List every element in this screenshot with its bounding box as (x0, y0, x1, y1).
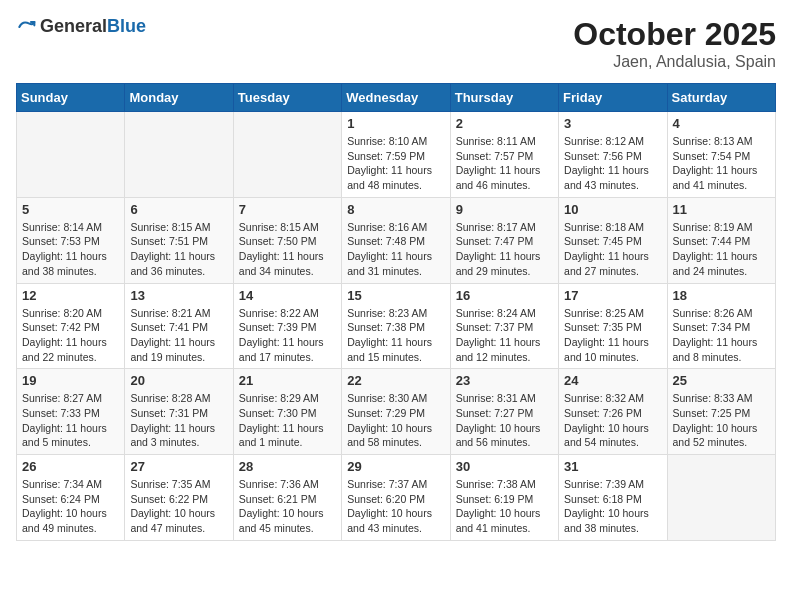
day-info: Sunrise: 8:13 AMSunset: 7:54 PMDaylight:… (673, 134, 770, 193)
logo: GeneralBlue (16, 16, 146, 37)
table-row: 8Sunrise: 8:16 AMSunset: 7:48 PMDaylight… (342, 197, 450, 283)
day-info: Sunrise: 8:30 AMSunset: 7:29 PMDaylight:… (347, 391, 444, 450)
table-row (17, 112, 125, 198)
day-info: Sunrise: 7:37 AMSunset: 6:20 PMDaylight:… (347, 477, 444, 536)
day-info: Sunrise: 8:26 AMSunset: 7:34 PMDaylight:… (673, 306, 770, 365)
calendar-week-row: 12Sunrise: 8:20 AMSunset: 7:42 PMDayligh… (17, 283, 776, 369)
header-friday: Friday (559, 84, 667, 112)
table-row: 24Sunrise: 8:32 AMSunset: 7:26 PMDayligh… (559, 369, 667, 455)
day-number: 22 (347, 373, 444, 388)
table-row: 29Sunrise: 7:37 AMSunset: 6:20 PMDayligh… (342, 455, 450, 541)
table-row: 22Sunrise: 8:30 AMSunset: 7:29 PMDayligh… (342, 369, 450, 455)
header-thursday: Thursday (450, 84, 558, 112)
day-info: Sunrise: 8:23 AMSunset: 7:38 PMDaylight:… (347, 306, 444, 365)
day-info: Sunrise: 8:32 AMSunset: 7:26 PMDaylight:… (564, 391, 661, 450)
table-row: 13Sunrise: 8:21 AMSunset: 7:41 PMDayligh… (125, 283, 233, 369)
table-row: 31Sunrise: 7:39 AMSunset: 6:18 PMDayligh… (559, 455, 667, 541)
calendar-table: Sunday Monday Tuesday Wednesday Thursday… (16, 83, 776, 541)
day-number: 31 (564, 459, 661, 474)
table-row: 10Sunrise: 8:18 AMSunset: 7:45 PMDayligh… (559, 197, 667, 283)
page-header: GeneralBlue October 2025 Jaen, Andalusia… (16, 16, 776, 71)
day-info: Sunrise: 8:24 AMSunset: 7:37 PMDaylight:… (456, 306, 553, 365)
day-number: 19 (22, 373, 119, 388)
header-saturday: Saturday (667, 84, 775, 112)
header-monday: Monday (125, 84, 233, 112)
day-info: Sunrise: 8:28 AMSunset: 7:31 PMDaylight:… (130, 391, 227, 450)
day-info: Sunrise: 8:12 AMSunset: 7:56 PMDaylight:… (564, 134, 661, 193)
day-info: Sunrise: 8:17 AMSunset: 7:47 PMDaylight:… (456, 220, 553, 279)
day-info: Sunrise: 8:25 AMSunset: 7:35 PMDaylight:… (564, 306, 661, 365)
day-number: 6 (130, 202, 227, 217)
day-number: 24 (564, 373, 661, 388)
day-number: 9 (456, 202, 553, 217)
table-row: 21Sunrise: 8:29 AMSunset: 7:30 PMDayligh… (233, 369, 341, 455)
table-row: 1Sunrise: 8:10 AMSunset: 7:59 PMDaylight… (342, 112, 450, 198)
day-number: 16 (456, 288, 553, 303)
day-info: Sunrise: 8:29 AMSunset: 7:30 PMDaylight:… (239, 391, 336, 450)
day-info: Sunrise: 7:38 AMSunset: 6:19 PMDaylight:… (456, 477, 553, 536)
day-number: 20 (130, 373, 227, 388)
table-row: 12Sunrise: 8:20 AMSunset: 7:42 PMDayligh… (17, 283, 125, 369)
table-row: 26Sunrise: 7:34 AMSunset: 6:24 PMDayligh… (17, 455, 125, 541)
day-info: Sunrise: 8:22 AMSunset: 7:39 PMDaylight:… (239, 306, 336, 365)
day-info: Sunrise: 8:21 AMSunset: 7:41 PMDaylight:… (130, 306, 227, 365)
day-number: 28 (239, 459, 336, 474)
day-info: Sunrise: 8:19 AMSunset: 7:44 PMDaylight:… (673, 220, 770, 279)
day-info: Sunrise: 7:34 AMSunset: 6:24 PMDaylight:… (22, 477, 119, 536)
table-row: 30Sunrise: 7:38 AMSunset: 6:19 PMDayligh… (450, 455, 558, 541)
day-number: 10 (564, 202, 661, 217)
day-number: 3 (564, 116, 661, 131)
table-row: 6Sunrise: 8:15 AMSunset: 7:51 PMDaylight… (125, 197, 233, 283)
day-info: Sunrise: 7:35 AMSunset: 6:22 PMDaylight:… (130, 477, 227, 536)
day-info: Sunrise: 8:15 AMSunset: 7:51 PMDaylight:… (130, 220, 227, 279)
day-number: 12 (22, 288, 119, 303)
day-number: 29 (347, 459, 444, 474)
table-row (233, 112, 341, 198)
table-row: 3Sunrise: 8:12 AMSunset: 7:56 PMDaylight… (559, 112, 667, 198)
day-number: 21 (239, 373, 336, 388)
header-wednesday: Wednesday (342, 84, 450, 112)
calendar-header-row: Sunday Monday Tuesday Wednesday Thursday… (17, 84, 776, 112)
table-row: 23Sunrise: 8:31 AMSunset: 7:27 PMDayligh… (450, 369, 558, 455)
header-tuesday: Tuesday (233, 84, 341, 112)
table-row: 28Sunrise: 7:36 AMSunset: 6:21 PMDayligh… (233, 455, 341, 541)
day-number: 1 (347, 116, 444, 131)
table-row: 7Sunrise: 8:15 AMSunset: 7:50 PMDaylight… (233, 197, 341, 283)
day-info: Sunrise: 8:10 AMSunset: 7:59 PMDaylight:… (347, 134, 444, 193)
day-info: Sunrise: 8:27 AMSunset: 7:33 PMDaylight:… (22, 391, 119, 450)
table-row: 11Sunrise: 8:19 AMSunset: 7:44 PMDayligh… (667, 197, 775, 283)
table-row: 2Sunrise: 8:11 AMSunset: 7:57 PMDaylight… (450, 112, 558, 198)
logo-blue: Blue (107, 16, 146, 36)
table-row: 18Sunrise: 8:26 AMSunset: 7:34 PMDayligh… (667, 283, 775, 369)
calendar-week-row: 5Sunrise: 8:14 AMSunset: 7:53 PMDaylight… (17, 197, 776, 283)
day-number: 23 (456, 373, 553, 388)
table-row: 15Sunrise: 8:23 AMSunset: 7:38 PMDayligh… (342, 283, 450, 369)
day-number: 27 (130, 459, 227, 474)
day-number: 7 (239, 202, 336, 217)
header-sunday: Sunday (17, 84, 125, 112)
day-number: 26 (22, 459, 119, 474)
table-row: 20Sunrise: 8:28 AMSunset: 7:31 PMDayligh… (125, 369, 233, 455)
day-info: Sunrise: 8:15 AMSunset: 7:50 PMDaylight:… (239, 220, 336, 279)
table-row: 25Sunrise: 8:33 AMSunset: 7:25 PMDayligh… (667, 369, 775, 455)
logo-icon (16, 17, 36, 37)
table-row: 5Sunrise: 8:14 AMSunset: 7:53 PMDaylight… (17, 197, 125, 283)
day-number: 25 (673, 373, 770, 388)
day-info: Sunrise: 8:18 AMSunset: 7:45 PMDaylight:… (564, 220, 661, 279)
title-block: October 2025 Jaen, Andalusia, Spain (573, 16, 776, 71)
day-info: Sunrise: 8:11 AMSunset: 7:57 PMDaylight:… (456, 134, 553, 193)
day-number: 14 (239, 288, 336, 303)
day-info: Sunrise: 8:14 AMSunset: 7:53 PMDaylight:… (22, 220, 119, 279)
day-number: 17 (564, 288, 661, 303)
calendar-week-row: 26Sunrise: 7:34 AMSunset: 6:24 PMDayligh… (17, 455, 776, 541)
day-number: 8 (347, 202, 444, 217)
table-row: 19Sunrise: 8:27 AMSunset: 7:33 PMDayligh… (17, 369, 125, 455)
month-title: October 2025 (573, 16, 776, 53)
day-info: Sunrise: 8:20 AMSunset: 7:42 PMDaylight:… (22, 306, 119, 365)
calendar-week-row: 19Sunrise: 8:27 AMSunset: 7:33 PMDayligh… (17, 369, 776, 455)
table-row: 4Sunrise: 8:13 AMSunset: 7:54 PMDaylight… (667, 112, 775, 198)
day-number: 11 (673, 202, 770, 217)
day-number: 30 (456, 459, 553, 474)
day-info: Sunrise: 8:31 AMSunset: 7:27 PMDaylight:… (456, 391, 553, 450)
day-info: Sunrise: 8:16 AMSunset: 7:48 PMDaylight:… (347, 220, 444, 279)
